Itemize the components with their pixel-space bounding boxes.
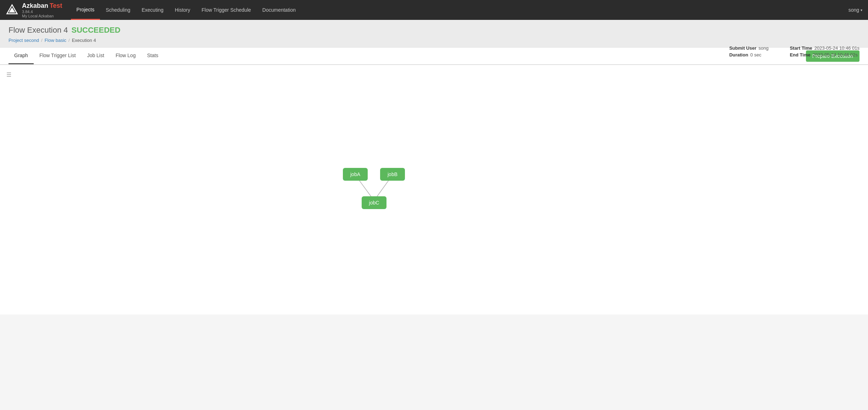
breadcrumb-flow-value: basic — [56, 38, 66, 43]
node-jobC-label: jobC — [369, 200, 379, 206]
breadcrumb-sep-1: / — [41, 38, 43, 43]
status-badge: SUCCEEDED — [72, 26, 121, 35]
execution-title: Flow Execution 4 SUCCEEDED — [9, 26, 859, 35]
nav-username: song — [848, 7, 859, 13]
node-jobB-label: jobB — [387, 171, 397, 177]
nav-scheduling[interactable]: Scheduling — [100, 0, 136, 20]
duration-row: Duration 0 sec — [729, 52, 769, 58]
meta-left: Submit User song Duration 0 sec — [729, 45, 769, 58]
duration-label: Duration — [729, 52, 748, 58]
graph-area: ☰ jobA jobB jobC — [0, 65, 868, 315]
end-time-label: End Time — [790, 52, 810, 58]
list-icon: ☰ — [6, 71, 11, 78]
submit-user-label: Submit User — [729, 45, 757, 51]
tab-job-list[interactable]: Job List — [82, 48, 110, 64]
nav-projects[interactable]: Projects — [71, 0, 100, 20]
meta-right: Start Time 2023-05-24 10:46 01s End Time… — [790, 45, 859, 58]
nav-user: song ▾ — [848, 7, 862, 13]
node-jobA[interactable]: jobA — [343, 168, 368, 181]
breadcrumb-sep-2: / — [68, 38, 70, 43]
brand-test-label: Test — [50, 2, 62, 9]
brand-logo-link[interactable]: Azkaban Test 3.84.4 My Local Azkaban — [6, 2, 62, 18]
start-time-label: Start Time — [790, 45, 812, 51]
tab-stats[interactable]: Stats — [141, 48, 164, 64]
start-time-value: 2023-05-24 10:46 01s — [814, 45, 859, 51]
end-time-value: 2023-05-24 10:46 02s — [813, 52, 858, 58]
chevron-down-icon: ▾ — [861, 8, 862, 12]
brand-name: Azkaban — [22, 2, 48, 9]
breadcrumb-project-value: second — [24, 38, 39, 43]
tab-flow-trigger-list[interactable]: Flow Trigger List — [34, 48, 82, 64]
duration-value: 0 sec — [750, 52, 761, 58]
submit-user-value: song — [758, 45, 768, 51]
node-jobB[interactable]: jobB — [380, 168, 405, 181]
breadcrumb: Project second / Flow basic / Execution … — [9, 38, 859, 43]
azkaban-logo-icon — [6, 4, 18, 16]
breadcrumb-flow-link[interactable]: Flow basic — [45, 38, 66, 43]
page-header: Flow Execution 4 SUCCEEDED Submit User s… — [0, 20, 868, 48]
submit-user-row: Submit User song — [729, 45, 769, 51]
breadcrumb-flow-label: Flow — [45, 38, 54, 43]
node-jobA-label: jobA — [350, 171, 361, 177]
end-time-row: End Time 2023-05-24 10:46 02s — [790, 52, 859, 58]
nav-history[interactable]: History — [169, 0, 196, 20]
nav-documentation[interactable]: Documentation — [257, 0, 301, 20]
tab-flow-log[interactable]: Flow Log — [110, 48, 141, 64]
brand-version: 3.84.4 My Local Azkaban — [22, 10, 62, 18]
nav-links: Projects Scheduling Executing History Fl… — [71, 0, 848, 20]
node-jobC[interactable]: jobC — [362, 196, 386, 209]
nav-executing[interactable]: Executing — [136, 0, 169, 20]
breadcrumb-execution: Execution 4 — [72, 38, 96, 43]
navbar: Azkaban Test 3.84.4 My Local Azkaban Pro… — [0, 0, 868, 20]
page-title: Flow Execution 4 — [9, 26, 68, 35]
breadcrumb-project-label: Project — [9, 38, 23, 43]
tab-graph[interactable]: Graph — [9, 48, 34, 64]
breadcrumb-project-link[interactable]: Project second — [9, 38, 39, 43]
exec-meta: Submit User song Duration 0 sec Start Ti… — [729, 45, 859, 58]
start-time-row: Start Time 2023-05-24 10:46 01s — [790, 45, 859, 51]
tabs: Graph Flow Trigger List Job List Flow Lo… — [9, 48, 164, 64]
nav-flow-trigger-schedule[interactable]: Flow Trigger Schedule — [196, 0, 257, 20]
flow-graph-svg: jobA jobB jobC — [0, 65, 868, 313]
